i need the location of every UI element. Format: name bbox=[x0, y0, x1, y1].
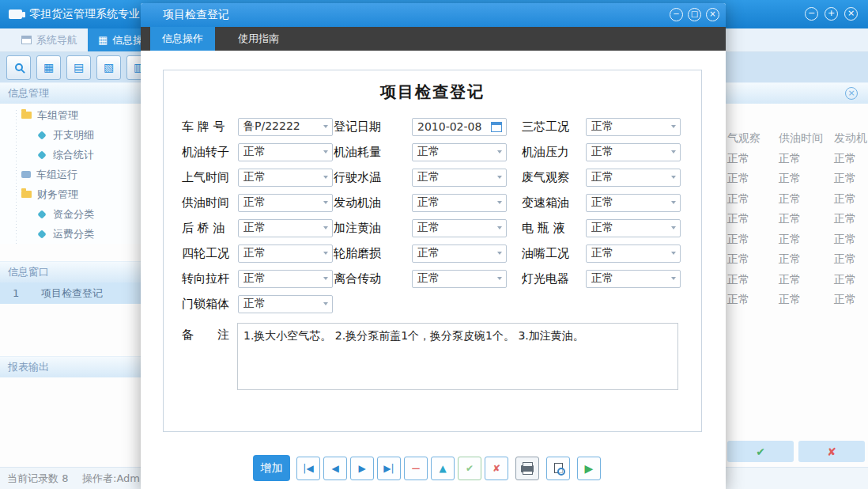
tree-item[interactable]: 车组运行 bbox=[0, 165, 158, 184]
field-select[interactable]: 正常 bbox=[238, 270, 333, 288]
close-icon[interactable]: × bbox=[844, 7, 858, 21]
item-index: 1 bbox=[13, 287, 41, 299]
tree-item[interactable]: 资金分类 bbox=[0, 204, 158, 224]
table-row[interactable]: 正常 正常 正常 bbox=[726, 290, 868, 311]
field-select[interactable]: 正常 bbox=[586, 169, 681, 187]
list-item[interactable]: 1 项目检查登记 bbox=[0, 282, 158, 304]
field-select[interactable]: 正常 bbox=[586, 270, 681, 288]
field-value: 正常 bbox=[591, 195, 613, 210]
window-icon bbox=[21, 36, 32, 44]
print-button[interactable] bbox=[515, 457, 539, 480]
tree-item[interactable]: 综合统计 bbox=[0, 145, 158, 165]
field-select[interactable]: 正常 bbox=[586, 244, 681, 263]
form-field: 机油压力 正常 bbox=[522, 143, 701, 161]
search-button[interactable] bbox=[6, 55, 31, 80]
tab-label: 系统导航 bbox=[36, 33, 77, 47]
table-row[interactable]: 正常 正常 正常 bbox=[726, 270, 868, 290]
tab-info-operation[interactable]: 信息操作 bbox=[150, 27, 215, 51]
delete-record-button[interactable]: − bbox=[404, 457, 428, 480]
field-value: 正常 bbox=[243, 170, 266, 184]
field-select[interactable]: 正常 bbox=[412, 143, 507, 161]
minimize-icon[interactable]: − bbox=[805, 7, 818, 21]
remarks-textarea[interactable]: 1.换大小空气芯。 2.换分泵前盖1个，换分泵皮碗1个。 3.加注黄油。 bbox=[237, 323, 678, 390]
app-title: 零担货运管理系统专业... bbox=[29, 7, 150, 21]
nav-first-button[interactable]: |◀ bbox=[296, 457, 320, 480]
table-row[interactable]: 正常 正常 正常 bbox=[726, 169, 868, 190]
confirm-button[interactable]: ✔ bbox=[727, 441, 794, 462]
field-select[interactable]: 鲁P/22222 bbox=[238, 118, 333, 136]
add-button[interactable]: 增加 bbox=[253, 455, 290, 481]
tree-item[interactable]: 开支明细 bbox=[0, 125, 158, 145]
dialog-close-icon[interactable]: × bbox=[706, 8, 719, 21]
field-select[interactable]: 正常 bbox=[238, 295, 333, 313]
field-suffix-icon bbox=[497, 226, 502, 229]
table-cell: 正常 bbox=[779, 233, 834, 247]
maximize-icon[interactable]: + bbox=[825, 7, 838, 21]
table-cell: 正常 bbox=[727, 293, 779, 307]
settings-button[interactable] bbox=[96, 55, 121, 80]
form-field: 电 瓶 液 正常 bbox=[522, 219, 701, 237]
document-button[interactable] bbox=[66, 55, 91, 80]
field-label: 行驶水温 bbox=[334, 170, 383, 185]
form-field: 三芯工况 正常 bbox=[522, 118, 701, 136]
field-select[interactable]: 正常 bbox=[238, 143, 333, 161]
save-record-button[interactable]: ✔ bbox=[458, 457, 481, 480]
field-select[interactable]: 正常 bbox=[238, 219, 333, 237]
field-select[interactable]: 正常 bbox=[586, 118, 681, 136]
panel-close-icon[interactable] bbox=[845, 87, 858, 100]
table-row[interactable]: 正常 正常 正常 bbox=[726, 210, 868, 230]
section-header-report-output: 报表输出 bbox=[0, 356, 158, 377]
table-row[interactable]: 正常 正常 正常 bbox=[726, 189, 868, 210]
run-button[interactable]: ▶ bbox=[577, 457, 601, 480]
form-field: 车 牌 号 鲁P/22222 bbox=[182, 118, 334, 136]
field-select[interactable]: 正常 bbox=[412, 219, 507, 237]
tab-user-guide[interactable]: 使用指南 bbox=[226, 27, 291, 51]
field-select[interactable]: 正常 bbox=[238, 244, 333, 263]
tree-item[interactable]: 运费分类 bbox=[0, 224, 158, 244]
edit-record-button[interactable]: ▲ bbox=[431, 457, 455, 480]
form-field: 门锁箱体 正常 bbox=[182, 295, 334, 313]
table-row[interactable]: 正常 正常 正常 bbox=[726, 250, 868, 271]
dialog-titlebar[interactable]: 项目检查登记 − □ × bbox=[141, 3, 726, 27]
field-select[interactable]: 正常 bbox=[586, 194, 681, 212]
prev-record-icon: ◀ bbox=[331, 463, 338, 474]
table-cell: 正常 bbox=[834, 252, 868, 267]
table-cell: 正常 bbox=[834, 192, 868, 207]
field-select[interactable]: 正常 bbox=[586, 219, 681, 237]
field-select[interactable]: 正常 bbox=[412, 169, 507, 187]
cancel-button[interactable]: ✘ bbox=[798, 441, 865, 462]
cancel-record-button[interactable]: ✘ bbox=[485, 457, 508, 480]
field-select[interactable]: 2010-02-08 bbox=[412, 118, 507, 136]
record-count: 当前记录数 8 bbox=[7, 468, 68, 489]
field-label: 变速箱油 bbox=[522, 195, 572, 210]
field-select[interactable]: 正常 bbox=[586, 143, 681, 161]
form-field: 转向拉杆 正常 bbox=[182, 270, 334, 288]
field-suffix-icon bbox=[323, 252, 328, 255]
dialog-minimize-icon[interactable]: − bbox=[670, 8, 683, 21]
nav-next-button[interactable]: ▶ bbox=[350, 457, 374, 480]
print-preview-button[interactable] bbox=[546, 457, 570, 480]
field-select[interactable]: 正常 bbox=[412, 244, 507, 263]
table-button[interactable] bbox=[36, 55, 61, 80]
tree-item[interactable]: 财务管理 bbox=[0, 184, 158, 204]
main-window-controls: − + × bbox=[805, 7, 858, 21]
field-value: 正常 bbox=[417, 221, 440, 235]
form-field: 发动机油 正常 bbox=[334, 194, 522, 212]
nav-prev-button[interactable]: ◀ bbox=[323, 457, 347, 480]
search-icon bbox=[15, 63, 23, 71]
field-label: 离合传动 bbox=[334, 271, 383, 286]
field-value: 正常 bbox=[417, 170, 440, 184]
table-row[interactable]: 正常 正常 正常 bbox=[726, 149, 868, 169]
table-row[interactable]: 正常 正常 正常 bbox=[726, 229, 868, 250]
field-select[interactable]: 正常 bbox=[412, 270, 507, 288]
field-select[interactable]: 正常 bbox=[238, 169, 333, 187]
nav-last-button[interactable]: ▶| bbox=[377, 457, 401, 480]
field-suffix-icon bbox=[323, 201, 328, 204]
tree-item[interactable]: 车组管理 bbox=[0, 105, 158, 125]
dialog-restore-icon[interactable]: □ bbox=[688, 8, 701, 21]
dialog-toolbar: 增加 |◀ ◀ ▶ ▶| − ▲ ✔ ✘ ▶ bbox=[253, 455, 601, 481]
field-select[interactable]: 正常 bbox=[238, 194, 333, 212]
tree-item-icon bbox=[21, 112, 32, 119]
tab-system-nav[interactable]: 系统导航 bbox=[11, 28, 88, 51]
field-select[interactable]: 正常 bbox=[412, 194, 507, 212]
